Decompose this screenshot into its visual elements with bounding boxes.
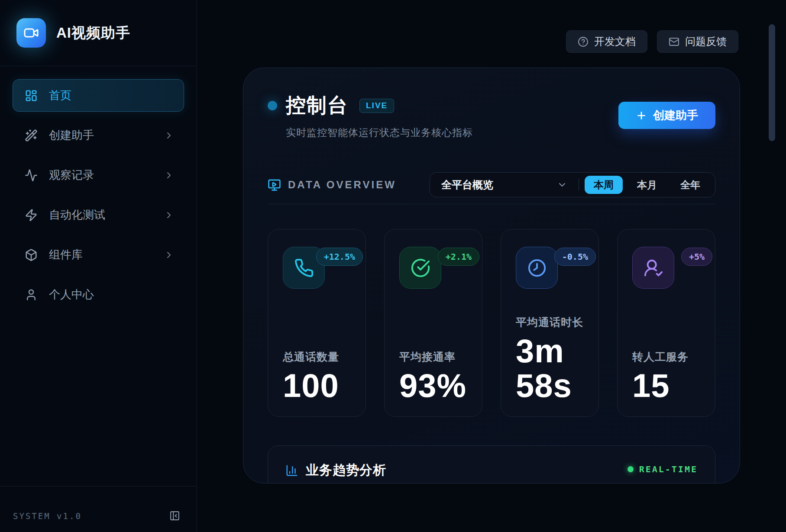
stat-cards: +12.5% 总通话数量 100 +2.1% 平均接通率 93% [268, 229, 715, 417]
chevron-down-icon [557, 180, 567, 190]
period-tabs: 本周 本月 全年 [579, 176, 715, 194]
monitor-play-icon [268, 178, 281, 192]
sidebar-item-label: 个人中心 [49, 287, 174, 302]
sidebar-item-observation-records[interactable]: 观察记录 [13, 159, 184, 191]
delta-badge: +2.1% [438, 248, 479, 266]
panel-title-block: 控制台 LIVE 实时监控智能体运行状态与业务核心指标 [268, 92, 473, 139]
help-circle-icon [578, 36, 589, 47]
sidebar-item-label: 创建助手 [49, 128, 164, 143]
delta-badge: -0.5% [554, 248, 596, 266]
trend-title: 业务趋势分析 [306, 461, 386, 479]
sidebar-item-create-assistant[interactable]: 创建助手 [13, 119, 184, 152]
realtime-indicator: REAL-TIME [628, 464, 698, 474]
trend-heading: 业务趋势分析 [285, 461, 386, 479]
trend-card: 业务趋势分析 REAL-TIME [268, 445, 715, 484]
sidebar-header: AI视频助手 [0, 0, 197, 66]
chevron-right-icon [164, 130, 174, 141]
stat-card-answer-rate: +2.1% 平均接通率 93% [384, 229, 482, 417]
brand-title: AI视频助手 [56, 23, 130, 43]
bar-chart-icon [285, 464, 298, 477]
box-icon [24, 248, 38, 262]
platform-dropdown-value: 全平台概览 [441, 178, 493, 192]
sidebar-item-label: 观察记录 [49, 168, 164, 183]
stat-value: 93% [399, 368, 467, 403]
sidebar-item-automated-testing[interactable]: 自动化测试 [13, 199, 184, 231]
title-row: 控制台 LIVE [268, 92, 473, 119]
sidebar-item-label: 首页 [49, 88, 174, 103]
feedback-label: 问题反馈 [685, 35, 727, 48]
tab-this-year[interactable]: 全年 [671, 176, 709, 194]
stat-value: 100 [283, 368, 351, 403]
user-check-icon [632, 247, 674, 289]
page-title: 控制台 [286, 92, 348, 119]
panel-header: 控制台 LIVE 实时监控智能体运行状态与业务核心指标 创建助手 [268, 92, 715, 139]
page-subtitle: 实时监控智能体运行状态与业务核心指标 [286, 126, 473, 139]
app-logo [16, 18, 46, 48]
main-content: 开发文档 问题反馈 控制台 LIVE 实时 [197, 0, 786, 532]
chevron-right-icon [164, 210, 174, 220]
activity-icon [24, 168, 38, 182]
stat-card-total-calls: +12.5% 总通话数量 100 [268, 229, 366, 417]
sidebar-item-label: 组件库 [49, 247, 164, 262]
stat-card-avg-duration: -0.5% 平均通话时长 3m 58s [501, 229, 599, 417]
stat-label: 平均接通率 [399, 350, 467, 364]
stat-label: 转人工服务 [632, 350, 700, 364]
dev-docs-label: 开发文档 [594, 35, 636, 48]
stat-card-human-transfer: +5% 转人工服务 15 [617, 229, 715, 417]
data-overview-label: DATA OVERVIEW [288, 179, 396, 191]
stat-value: 15 [632, 368, 700, 403]
sidebar-item-component-library[interactable]: 组件库 [13, 239, 184, 271]
green-status-dot [628, 466, 634, 472]
plus-icon [636, 110, 647, 121]
topbar: 开发文档 问题反馈 [566, 30, 738, 53]
create-assistant-button[interactable]: 创建助手 [618, 102, 715, 129]
system-version: SYSTEM v1.0 [13, 511, 82, 521]
clock-icon [516, 247, 558, 289]
scrollbar-thumb[interactable] [769, 24, 775, 141]
stat-value: 3m 58s [516, 334, 584, 403]
sidebar-item-home[interactable]: 首页 [13, 79, 184, 112]
wand-icon [24, 129, 38, 142]
check-circle-icon [399, 247, 441, 289]
dashboard-icon [24, 89, 38, 103]
sidebar: AI视频助手 首页 创建助手 [0, 0, 197, 532]
data-overview-row: DATA OVERVIEW 全平台概览 本周 本月 全年 [268, 172, 715, 197]
console-panel: 控制台 LIVE 实时监控智能体运行状态与业务核心指标 创建助手 [243, 68, 740, 484]
video-camera-icon [23, 25, 39, 41]
stat-label: 总通话数量 [283, 350, 351, 364]
overview-controls: 全平台概览 本周 本月 全年 [430, 172, 715, 197]
sidebar-nav: 首页 创建助手 [0, 66, 197, 324]
collapse-sidebar-icon[interactable] [169, 510, 180, 521]
tab-this-week[interactable]: 本周 [585, 176, 623, 194]
live-badge: LIVE [359, 99, 394, 113]
platform-dropdown[interactable]: 全平台概览 [430, 178, 579, 192]
status-dot [268, 101, 277, 110]
user-icon [24, 288, 38, 302]
zap-icon [24, 208, 38, 222]
delta-badge: +5% [681, 248, 712, 266]
sidebar-footer: SYSTEM v1.0 [0, 486, 197, 532]
chevron-right-icon [164, 250, 174, 260]
sidebar-item-personal-center[interactable]: 个人中心 [13, 278, 184, 311]
feedback-button[interactable]: 问题反馈 [657, 30, 738, 53]
stat-label: 平均通话时长 [516, 315, 584, 329]
mail-icon [669, 36, 679, 47]
app-window: AI视频助手 首页 创建助手 [0, 0, 786, 532]
sidebar-item-label: 自动化测试 [49, 207, 164, 222]
realtime-label: REAL-TIME [639, 464, 698, 474]
section-divider [268, 204, 715, 204]
create-assistant-label: 创建助手 [653, 108, 698, 123]
delta-badge: +12.5% [316, 248, 363, 266]
chevron-right-icon [164, 170, 174, 181]
dev-docs-button[interactable]: 开发文档 [566, 30, 647, 53]
data-overview-heading: DATA OVERVIEW [268, 178, 396, 192]
tab-this-month[interactable]: 本月 [628, 176, 666, 194]
